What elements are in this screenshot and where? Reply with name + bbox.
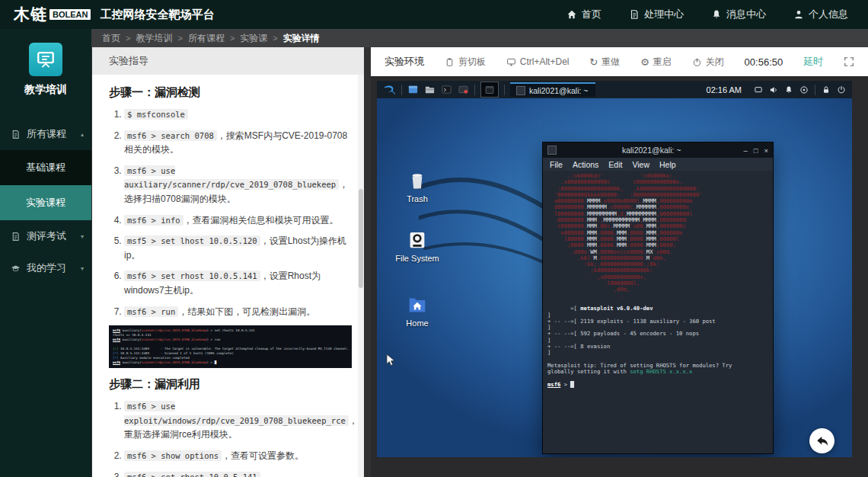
terminal-launcher-icon[interactable] xyxy=(441,84,452,95)
terminal-line: msf6 > █ xyxy=(547,382,768,388)
nav-label: 首页 xyxy=(582,8,602,21)
menu-view[interactable]: View xyxy=(632,160,649,169)
sidebar-item-label: 实验课程 xyxy=(26,196,65,210)
step-list: msf6 > use exploit/windows/rdp/cve_2019_… xyxy=(109,399,352,477)
folder-icon[interactable] xyxy=(424,84,436,95)
breadcrumb-item[interactable]: 首页 xyxy=(102,32,120,45)
kali-menu-icon[interactable] xyxy=(383,83,396,96)
top-nav-menu: 首页处理中心消息中心个人信息 xyxy=(566,8,848,21)
env-title: 实验环境 xyxy=(385,55,424,69)
sidebar-item-exam[interactable]: 测评考试▾ xyxy=(0,220,91,252)
terminal-line: + -- --=[ 592 payloads - 45 encoders - 1… xyxy=(547,331,768,337)
command-snippet: msf5 > set lhost 10.0.5.120 xyxy=(124,235,260,246)
step-text: ，结果如下图，可见检测出漏洞。 xyxy=(178,306,315,317)
sidebar-item-basic-courses[interactable]: 基础课程 xyxy=(0,150,91,185)
clipboard-button[interactable]: 剪切板 xyxy=(445,56,486,69)
display-settings-icon[interactable] xyxy=(754,85,763,94)
extend-time-button[interactable]: 延时 xyxy=(803,55,823,69)
taskbar-window-button[interactable]: kali2021@kali: ~ xyxy=(510,82,595,97)
nav-label: 消息中心 xyxy=(726,8,766,21)
logo-text-cn: 木链 xyxy=(14,4,47,25)
filesystem-icon xyxy=(406,229,429,251)
top-navbar: 木链 BOLEAN 工控网络安全靶场平台 首页处理中心消息中心个人信息 xyxy=(0,0,868,29)
guide-scrollbar[interactable] xyxy=(358,75,364,477)
step-item: $ msfconsole xyxy=(124,107,352,122)
taskbar-clock: 02:16 AM xyxy=(707,85,742,94)
active-app-indicator[interactable] xyxy=(480,82,499,98)
shutdown-button[interactable]: 关闭 xyxy=(692,56,724,69)
brand-logo[interactable]: 木链 BOLEAN 工控网络安全靶场平台 xyxy=(14,4,214,25)
clipboard-icon xyxy=(445,57,455,67)
ascii-art-line: . xyxy=(547,293,768,299)
lock-screen-icon[interactable] xyxy=(822,85,831,94)
desktop-icon-filesystem[interactable]: File System xyxy=(393,229,442,263)
guide-panel-header: 实验指导 xyxy=(92,47,364,75)
status-circle-icon[interactable] xyxy=(799,85,809,94)
tray-separator xyxy=(815,85,815,95)
home-icon xyxy=(566,9,577,20)
maximize-button[interactable]: □ xyxy=(754,146,758,155)
logout-icon[interactable] xyxy=(837,85,846,94)
step-list: $ msfconsolemsf6 > search 0708，搜索MSF内与CV… xyxy=(109,107,352,319)
step-item: msf6 > use exploit/windows/rdp/cve_2019_… xyxy=(124,399,352,442)
terminal-output[interactable]: .:ok000kdc' 'cdk000ko:. .x000000000000c … xyxy=(543,171,773,453)
desktop-icon-label: File System xyxy=(393,254,442,263)
breadcrumb-separator: > xyxy=(230,34,235,43)
doc-icon xyxy=(11,232,21,242)
guide-scrollbar-thumb[interactable] xyxy=(359,189,363,288)
terminal-line: + -- --=[ 2119 exploits - 1138 auxiliary… xyxy=(547,319,768,325)
vm-viewport: kali2021@kali: ~ 02:16 AM xyxy=(371,76,868,477)
cap-icon xyxy=(11,264,21,274)
sidebar-item-my-learning[interactable]: 我的学习▾ xyxy=(0,252,91,284)
command-snippet: msf6 > set rhost 10.0.5.141 xyxy=(124,472,260,477)
notification-bell-icon[interactable] xyxy=(784,85,793,94)
lab-guide-panel: 实验指导 步骤一：漏洞检测$ msfconsolemsf6 > search 0… xyxy=(92,47,364,477)
taskbar-separator xyxy=(474,85,475,95)
terminal-titlebar-icon xyxy=(547,146,557,155)
nav-label: 个人信息 xyxy=(809,8,848,21)
countdown-timer: 00:56:50 xyxy=(745,56,783,68)
breadcrumb-item[interactable]: 教学培训 xyxy=(136,32,172,45)
ctrl-alt-del-button[interactable]: Ctrl+Alt+Del xyxy=(506,56,570,67)
menu-edit[interactable]: Edit xyxy=(608,160,622,169)
logo-badge: BOLEAN xyxy=(49,9,91,20)
menu-actions[interactable]: Actions xyxy=(573,160,598,169)
redo-button[interactable]: ↻ 重做 xyxy=(589,56,620,69)
terminal-titlebar[interactable]: kali2021@kali: ~ – □ × xyxy=(543,142,773,158)
sidebar-item-lab-courses[interactable]: 实验课程 xyxy=(0,185,91,220)
restart-button[interactable]: ⚙ 重启 xyxy=(640,56,672,69)
menu-help[interactable]: Help xyxy=(659,160,676,169)
nav-profile[interactable]: 个人信息 xyxy=(793,8,848,21)
command-snippet: msf6 > search 0708 xyxy=(124,130,217,141)
menu-file[interactable]: File xyxy=(550,160,563,169)
step-text: ，查看可设置参数。 xyxy=(222,450,304,461)
redo-icon: ↻ xyxy=(589,57,598,67)
minimize-button[interactable]: – xyxy=(743,146,747,155)
kali-desktop[interactable]: kali2021@kali: ~ 02:16 AM xyxy=(377,81,852,457)
command-snippet: msf6 > set rhost 10.0.5.141 xyxy=(124,271,260,281)
step-item: msf6 > search 0708，搜索MSF内与CVE-2019-0708相… xyxy=(124,129,352,157)
close-button[interactable]: × xyxy=(764,146,768,155)
volume-icon[interactable] xyxy=(769,85,778,94)
bell-icon xyxy=(711,9,722,20)
screenshot-tool-icon[interactable] xyxy=(458,84,469,95)
mouse-cursor xyxy=(386,354,396,367)
back-button[interactable] xyxy=(809,428,834,453)
teaching-training-icon[interactable] xyxy=(29,43,62,76)
desktop-icon-home[interactable]: Home xyxy=(393,293,442,328)
file-manager-icon[interactable] xyxy=(407,84,419,95)
kali-taskbar: kali2021@kali: ~ 02:16 AM xyxy=(377,81,852,98)
step-text: ，查看漏洞相关信息和模块可用设置。 xyxy=(183,215,339,226)
nav-message-center[interactable]: 消息中心 xyxy=(711,8,766,21)
nav-home[interactable]: 首页 xyxy=(566,8,602,21)
breadcrumb-item[interactable]: 所有课程 xyxy=(188,32,225,45)
fullscreen-icon xyxy=(844,56,854,67)
desktop-icon-label: Home xyxy=(393,319,442,328)
sidebar-item-all-courses[interactable]: 所有课程▴ xyxy=(0,118,91,150)
command-snippet: msf6 > show options xyxy=(124,450,222,461)
breadcrumb-separator: > xyxy=(177,34,182,43)
nav-process-center[interactable]: 处理中心 xyxy=(629,8,684,21)
fullscreen-button[interactable] xyxy=(844,56,854,67)
desktop-icon-trash[interactable]: Trash xyxy=(393,169,442,203)
breadcrumb-item[interactable]: 实验课 xyxy=(240,32,267,45)
